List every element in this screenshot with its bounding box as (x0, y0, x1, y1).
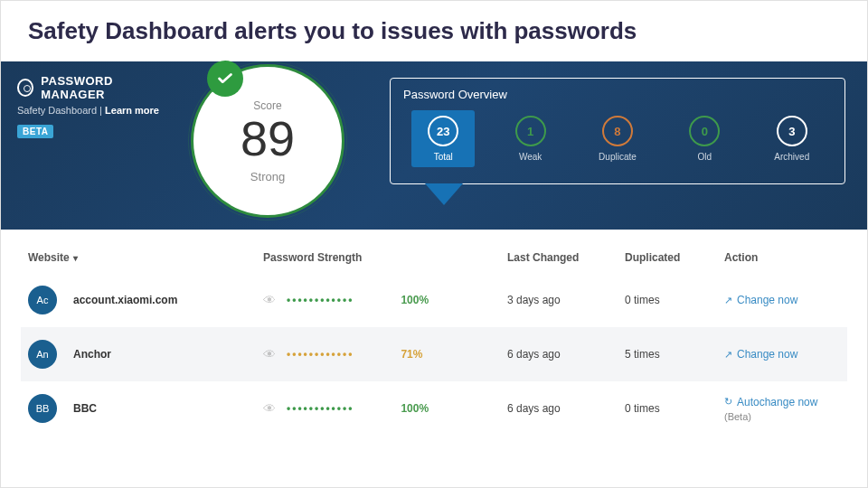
table-row[interactable]: BBBBC👁••••••••••••100%6 days ago0 times↻… (21, 381, 847, 436)
score-widget: Score 89 Strong (191, 64, 354, 227)
overview-label: Weak (519, 152, 542, 162)
action-link[interactable]: ↗Change now (724, 348, 840, 361)
eye-icon[interactable]: 👁 (263, 293, 276, 307)
overview-count: 1 (515, 116, 546, 146)
beta-label: (Beta) (724, 411, 840, 422)
hero-panel: PASSWORD MANAGER Safety Dashboard | Lear… (1, 61, 867, 230)
site-name: Anchor (73, 348, 111, 361)
avatar: Ac (28, 286, 57, 314)
overview-count: 23 (428, 116, 458, 146)
action-text: Change now (737, 348, 797, 361)
password-dots: •••••••••••• (287, 402, 354, 415)
site-name: account.xiaomi.com (73, 294, 177, 306)
learn-more-link[interactable]: Learn more (105, 105, 159, 116)
overview-item-old[interactable]: 0Old (673, 110, 736, 167)
strength-percent: 71% (401, 348, 422, 361)
overview-item-duplicate[interactable]: 8Duplicate (586, 110, 649, 167)
refresh-icon: ↻ (724, 396, 732, 408)
action-text: Autochange now (737, 396, 817, 408)
overview-label: Old (698, 152, 712, 162)
caption-bar: Safety Dashboard alerts you to issues wi… (1, 1, 867, 61)
external-icon: ↗ (724, 349, 732, 361)
external-icon: ↗ (724, 295, 732, 306)
password-dots: •••••••••••• (287, 294, 354, 306)
action-text: Change now (737, 294, 797, 306)
table-row[interactable]: Acaccount.xiaomi.com👁••••••••••••100%3 d… (21, 273, 847, 327)
col-duplicated[interactable]: Duplicated (625, 251, 724, 264)
password-table: Website ▾ Password Strength Last Changed… (1, 230, 867, 445)
last-changed: 6 days ago (507, 402, 625, 415)
action-link[interactable]: ↻Autochange now (724, 396, 840, 408)
brand-name: PASSWORD MANAGER (41, 74, 165, 101)
col-website[interactable]: Website ▾ (28, 251, 263, 264)
overview-count: 3 (777, 116, 807, 146)
chevron-down-icon: ▾ (73, 253, 78, 263)
brand-icon (17, 79, 33, 97)
eye-icon[interactable]: 👁 (263, 347, 276, 361)
avatar: An (28, 340, 57, 369)
overview-item-total[interactable]: 23Total (411, 110, 475, 167)
duplicated-count: 5 times (625, 348, 724, 361)
col-last-changed[interactable]: Last Changed (507, 251, 625, 264)
overview-label: Archived (774, 152, 809, 162)
overview-item-weak[interactable]: 1Weak (499, 110, 562, 167)
overview-title: Password Overview (403, 88, 832, 101)
beta-badge: BETA (17, 125, 53, 138)
avatar: BB (28, 394, 57, 423)
score-value: 89 (241, 114, 295, 163)
overview-item-archived[interactable]: 3Archived (760, 110, 824, 167)
overview-label: Duplicate (599, 152, 637, 162)
overview-panel: Password Overview 23Total1Weak8Duplicate… (354, 61, 867, 230)
score-word: Strong (250, 170, 285, 183)
brand-subtitle: Safety Dashboard (17, 105, 97, 116)
col-action: Action (724, 251, 840, 264)
table-row[interactable]: AnAnchor👁••••••••••••71%6 days ago5 time… (21, 327, 847, 381)
duplicated-count: 0 times (625, 294, 724, 306)
last-changed: 3 days ago (507, 294, 625, 306)
overview-count: 8 (602, 116, 633, 146)
site-name: BBC (73, 402, 97, 415)
score-label: Score (253, 99, 281, 112)
brand: PASSWORD MANAGER (17, 74, 165, 101)
page-caption: Safety Dashboard alerts you to issues wi… (28, 17, 840, 45)
last-changed: 6 days ago (507, 348, 625, 361)
check-icon (207, 61, 243, 97)
overview-label: Total (434, 152, 453, 162)
strength-percent: 100% (401, 294, 429, 306)
action-link[interactable]: ↗Change now (724, 294, 840, 306)
eye-icon[interactable]: 👁 (263, 401, 276, 416)
overview-count: 0 (689, 116, 720, 146)
brand-subtitle-row: Safety Dashboard | Learn more (17, 105, 165, 116)
table-header: Website ▾ Password Strength Last Changed… (21, 239, 847, 273)
col-strength[interactable]: Password Strength (263, 251, 507, 264)
duplicated-count: 0 times (625, 402, 724, 415)
overview-pointer-icon (425, 183, 463, 205)
password-dots: •••••••••••• (287, 348, 354, 361)
strength-percent: 100% (401, 402, 429, 415)
